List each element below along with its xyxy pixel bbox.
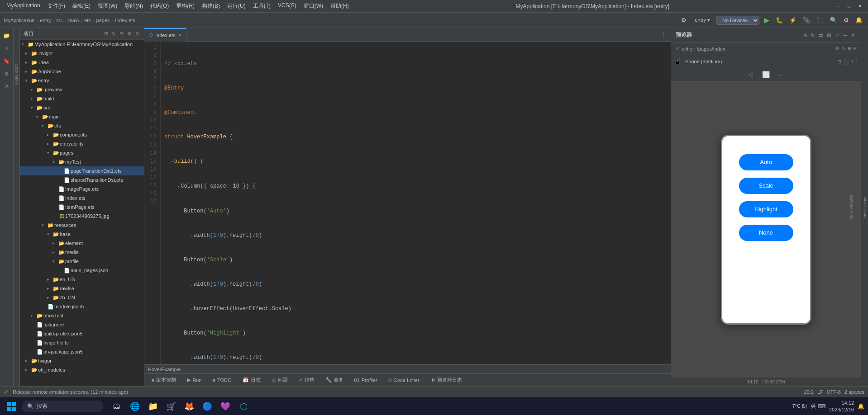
device-selector[interactable]: No Devices [716,16,759,25]
tree-sync-icon[interactable]: ↻ [111,30,117,38]
taskbar-app-deveco[interactable]: ⬡ [235,398,252,415]
tree-item-src[interactable]: ▾ 📂 src [20,103,144,112]
status-charset[interactable]: UTF-8 [827,389,841,395]
taskbar-app-browser[interactable]: 🌐 [127,398,143,415]
tree-item-preview[interactable]: ▸ 📂 .preview [20,85,144,94]
notification-center-icon[interactable]: 🔔 [858,403,864,410]
menu-refactor[interactable]: 重构(R) [173,1,197,11]
preview-cursor-icon[interactable]: ↖ [842,46,846,52]
minimize-button[interactable]: ─ [834,2,843,11]
tab-log[interactable]: 📅 日志 [239,376,264,384]
taskbar-search[interactable]: 🔍 搜索 [22,401,103,412]
menu-bar[interactable]: MyApplication 文件(F) 编辑(E) 视图(W) 导航(N) 代码… [4,1,352,11]
tree-item-enus[interactable]: ▸ 📂 en_US [20,275,144,284]
keyboard-icon[interactable]: ⌨ [818,403,825,410]
menu-view[interactable]: 视图(W) [95,1,120,11]
tree-item-components[interactable]: ▸ 📂 components [20,130,144,139]
preview-eye-icon[interactable]: 👁 [835,46,840,52]
preview-dropdown-icon[interactable]: ▾ [854,46,856,52]
breadcrumb-pages[interactable]: pages [96,18,110,23]
profile-button[interactable]: ⚡ [787,16,798,24]
tree-settings-icon[interactable]: ⚙ [126,30,133,38]
menu-edit[interactable]: 编辑(E) [70,1,93,11]
tab-codelinter[interactable]: ◇ Code Linter [385,376,423,384]
breadcrumb-indexets[interactable]: Index.ets [115,18,135,23]
taskbar-app-vscode[interactable]: 🔵 [199,398,215,415]
sidebar-vcs-icon[interactable]: ⑂ [1,42,13,54]
settings-icon[interactable]: ⚙ [679,16,688,24]
notifications-label[interactable]: Notifications [863,196,867,218]
tree-item-gitignore[interactable]: 📄 .gitignore [20,320,144,329]
tab-services[interactable]: 🔧 服务 [322,376,347,384]
menu-tools[interactable]: 工具(T) [250,1,273,11]
taskbar-clock[interactable]: 14:12 2023/12/16 [829,400,854,413]
sidebar-settings-icon[interactable]: ⚙ [1,68,13,80]
tree-item-base[interactable]: ▾ 📂 base [20,230,144,239]
preview-grid-icon[interactable]: ⊞ [826,31,832,39]
tree-item-pages[interactable]: ▾ 📂 pages [20,148,144,157]
code-editor[interactable]: 1 2 3 4 5 6 7 8 9 10 11 12 13 14 15 16 1 [144,42,671,364]
breadcrumb-src[interactable]: src [56,18,63,23]
taskbar-app-edge[interactable]: 🦊 [181,398,197,415]
taskbar-app-store[interactable]: 🛒 [163,398,179,415]
tree-item-ohostest[interactable]: ▸ 📂 ohosTest [20,311,144,320]
tree-item-entry[interactable]: ▾ 📂 entry [20,76,144,85]
breadcrumb-ets[interactable]: ets [84,18,91,23]
preview-minimize-icon[interactable]: ─ [842,31,848,39]
debug-button[interactable]: 🐛 [774,16,785,24]
menu-window[interactable]: 窗口(W) [301,1,326,11]
zoom-100-icon[interactable]: 1:1 [851,59,858,64]
preview-orientation-icon[interactable]: ⇄ [818,31,824,39]
tree-item-mytest[interactable]: ▾ 📂 myTest [20,157,144,166]
preview-more-icon[interactable]: ··· [776,70,787,79]
tab-close-icon[interactable]: ✕ [178,33,181,38]
attach-button[interactable]: 📎 [801,16,812,24]
tree-close-icon[interactable]: ✕ [134,30,140,38]
tree-item-profile[interactable]: ▾ 📂 profile [20,257,144,266]
preview-close-icon[interactable]: ✕ [850,31,856,39]
tree-item-pagetrans[interactable]: 📄 pageTransitionDst1.ets [20,166,144,175]
notification-icon[interactable]: 🔔 [854,16,864,24]
tree-item-mainpages[interactable]: 📄 main_pages.json [20,266,144,275]
tree-item-zhcn[interactable]: ▸ 📂 zh_CN [20,293,144,302]
file-tree-content[interactable]: ▾ 📁 MyApplication E:\HarmonyOS\MyApplica… [20,40,144,386]
menu-nav[interactable]: 导航(N) [122,1,146,11]
tab-todo[interactable]: ≡ TODO [209,377,235,384]
tab-structure[interactable]: ✓ 结构 [295,376,318,384]
tree-item-appscope[interactable]: ▸ 📂 AppScope [20,67,144,76]
tree-item-ohmodules[interactable]: ▸ 📂 oh_modules [20,365,144,374]
stop-button[interactable]: ⬛ [815,16,825,24]
breadcrumb-main[interactable]: main [68,18,79,23]
menu-vcs[interactable]: VCS(S) [275,1,299,11]
breadcrumb-app[interactable]: MyApplication [4,18,34,23]
tree-item-buildprofile[interactable]: 📄 build-profile.json5 [20,329,144,338]
tree-item-imagejpg[interactable]: 🖼 1702344909275.jpg [20,212,144,221]
build-variants-label[interactable]: Build Variants [849,195,854,220]
tree-item-idea[interactable]: ▸ 📂 .idea [20,58,144,67]
start-button[interactable] [4,398,20,415]
preview-refresh-icon[interactable]: ↻ [810,31,816,39]
tree-item-ohpackage[interactable]: 📄 oh-package.json5 [20,347,144,356]
breadcrumb-entry[interactable]: entry [40,18,51,23]
tree-item-hvigorroot[interactable]: ▸ 📂 hvigor [20,356,144,365]
status-lf[interactable]: LF [817,389,823,395]
entry-dropdown[interactable]: entry ▾ [691,16,714,24]
menu-run[interactable]: 运行(U) [224,1,248,11]
tab-vcs[interactable]: ≡ 版本控制 [148,376,180,384]
tab-previewlog[interactable]: 👁 预览器日志 [427,376,466,384]
status-indent[interactable]: 2 spaces [844,389,864,395]
menu-help[interactable]: 帮助(H) [328,1,352,11]
menu-build[interactable]: 构建(B) [199,1,223,11]
tree-item-hvigorfile[interactable]: 📄 hvigorfile.ts [20,338,144,347]
tree-item-resources[interactable]: ▾ 📂 resources [20,221,144,230]
tree-collapse-icon[interactable]: ⊟ [119,30,124,38]
preview-expand-icon[interactable]: ⤢ [834,31,840,39]
editor-tab-indexets[interactable]: ⬡ Index.ets ✕ [144,28,186,42]
tree-item-entryability[interactable]: ▸ 📂 entryability [20,139,144,148]
window-controls[interactable]: ─ □ ✕ [834,2,864,11]
taskbar-app-code[interactable]: 💜 [217,398,234,415]
tree-item-element[interactable]: ▸ 📂 element [20,239,144,248]
tree-layout-icon[interactable]: ⊞ [103,30,109,38]
search-toolbar-button[interactable]: 🔍 [828,16,839,24]
tab-issues[interactable]: ⚠ 问题 [268,376,291,384]
